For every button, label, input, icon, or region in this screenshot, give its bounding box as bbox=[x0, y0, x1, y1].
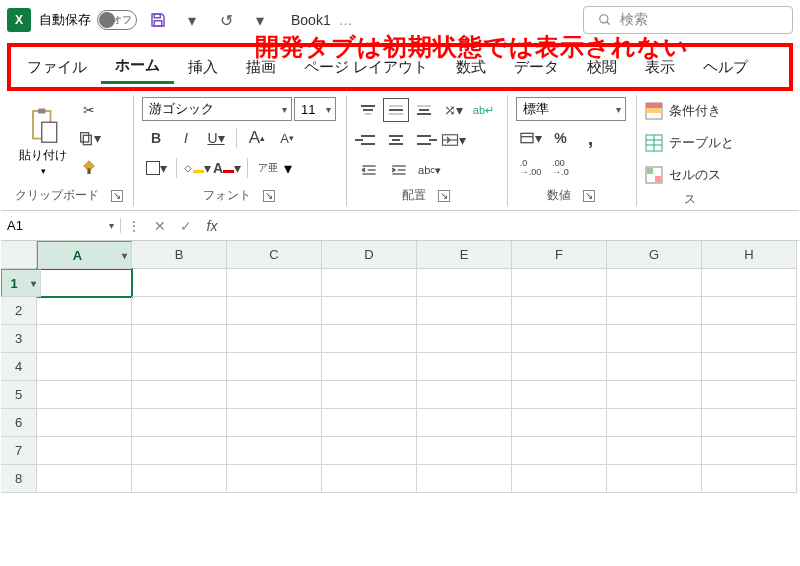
cell-D1[interactable] bbox=[322, 269, 417, 297]
row-header-3[interactable]: 3 bbox=[1, 325, 37, 353]
redo-dropdown-icon[interactable]: ▾ bbox=[247, 7, 273, 33]
comma-style-button[interactable]: , bbox=[576, 125, 604, 151]
format-as-table-button[interactable]: テーブルと bbox=[645, 129, 734, 157]
row-header-5[interactable]: 5 bbox=[1, 381, 37, 409]
cell[interactable] bbox=[512, 297, 607, 325]
cell[interactable] bbox=[702, 381, 797, 409]
cell[interactable] bbox=[702, 465, 797, 493]
col-header-A[interactable]: A bbox=[37, 241, 132, 269]
cell-C1[interactable] bbox=[227, 269, 322, 297]
cell[interactable] bbox=[702, 409, 797, 437]
cell[interactable] bbox=[512, 325, 607, 353]
cell[interactable] bbox=[37, 409, 132, 437]
cell[interactable] bbox=[702, 297, 797, 325]
cell-styles-button[interactable]: セルのス bbox=[645, 161, 734, 189]
cell[interactable] bbox=[607, 353, 702, 381]
cell[interactable] bbox=[322, 409, 417, 437]
font-dialog-launcher-icon[interactable]: ↘ bbox=[263, 190, 275, 202]
cell-B1[interactable] bbox=[132, 269, 227, 297]
cell[interactable] bbox=[227, 409, 322, 437]
font-color-button[interactable]: A▾ bbox=[213, 155, 241, 181]
tab-help[interactable]: ヘルプ bbox=[689, 52, 762, 83]
phonetic-button[interactable]: ア亜 bbox=[254, 155, 282, 181]
col-header-F[interactable]: F bbox=[512, 241, 607, 269]
fx-icon[interactable]: fx bbox=[199, 218, 225, 234]
merge-cells-button[interactable]: ▾ bbox=[439, 127, 467, 153]
number-format-select[interactable]: 標準 bbox=[516, 97, 626, 121]
cell[interactable] bbox=[132, 353, 227, 381]
font-name-select[interactable]: 游ゴシック bbox=[142, 97, 292, 121]
cell[interactable] bbox=[607, 297, 702, 325]
align-middle-button[interactable] bbox=[383, 98, 409, 122]
number-dialog-launcher-icon[interactable]: ↘ bbox=[583, 190, 595, 202]
font-size-select[interactable]: 11 bbox=[294, 97, 336, 121]
cell[interactable] bbox=[37, 465, 132, 493]
cut-icon[interactable]: ✂ bbox=[75, 97, 103, 123]
cell[interactable] bbox=[132, 297, 227, 325]
row-header-2[interactable]: 2 bbox=[1, 297, 37, 325]
cell[interactable] bbox=[132, 409, 227, 437]
cell-E1[interactable] bbox=[417, 269, 512, 297]
name-box[interactable]: A1 bbox=[1, 218, 121, 233]
cell[interactable] bbox=[512, 381, 607, 409]
cell[interactable] bbox=[227, 381, 322, 409]
cell[interactable] bbox=[227, 297, 322, 325]
cell[interactable] bbox=[607, 325, 702, 353]
increase-indent-button[interactable] bbox=[385, 157, 413, 183]
cell[interactable] bbox=[512, 465, 607, 493]
cell[interactable] bbox=[227, 325, 322, 353]
cell[interactable] bbox=[37, 437, 132, 465]
enter-formula-icon[interactable]: ✓ bbox=[173, 218, 199, 234]
formula-options-icon[interactable]: ⋮ bbox=[121, 218, 147, 234]
orientation-button[interactable]: ⤮▾ bbox=[439, 97, 467, 123]
col-header-C[interactable]: C bbox=[227, 241, 322, 269]
align-top-button[interactable] bbox=[355, 98, 381, 122]
align-left-button[interactable] bbox=[355, 128, 381, 152]
cell[interactable] bbox=[512, 353, 607, 381]
cell[interactable] bbox=[132, 325, 227, 353]
cell[interactable] bbox=[37, 325, 132, 353]
wrap-text-button[interactable]: ab↵ bbox=[469, 97, 497, 123]
save-icon[interactable] bbox=[145, 7, 171, 33]
autosave-control[interactable]: 自動保存 オフ bbox=[39, 10, 137, 30]
align-right-button[interactable] bbox=[411, 128, 437, 152]
shrink-font-button[interactable]: A▾ bbox=[273, 125, 301, 151]
align-bottom-button[interactable] bbox=[411, 98, 437, 122]
row-header-6[interactable]: 6 bbox=[1, 409, 37, 437]
decrease-decimal-button[interactable]: .00→.0 bbox=[546, 155, 574, 181]
row-header-7[interactable]: 7 bbox=[1, 437, 37, 465]
tab-home[interactable]: ホーム bbox=[101, 50, 174, 84]
cell[interactable] bbox=[607, 409, 702, 437]
col-header-E[interactable]: E bbox=[417, 241, 512, 269]
row-header-4[interactable]: 4 bbox=[1, 353, 37, 381]
cell[interactable] bbox=[417, 353, 512, 381]
alignment-dialog-launcher-icon[interactable]: ↘ bbox=[438, 190, 450, 202]
cell[interactable] bbox=[607, 437, 702, 465]
cell[interactable] bbox=[417, 409, 512, 437]
col-header-D[interactable]: D bbox=[322, 241, 417, 269]
cell[interactable] bbox=[322, 353, 417, 381]
undo-icon[interactable]: ↺ bbox=[213, 7, 239, 33]
autosave-toggle[interactable]: オフ bbox=[97, 10, 137, 30]
workbook-name[interactable]: Book1 … bbox=[291, 12, 353, 28]
fill-color-button[interactable]: ▾ bbox=[183, 155, 211, 181]
cell[interactable] bbox=[37, 353, 132, 381]
col-header-H[interactable]: H bbox=[702, 241, 797, 269]
row-header-8[interactable]: 8 bbox=[1, 465, 37, 493]
tab-file[interactable]: ファイル bbox=[13, 52, 101, 83]
cell[interactable] bbox=[37, 381, 132, 409]
distribute-button[interactable]: abc▾ bbox=[415, 157, 443, 183]
col-header-G[interactable]: G bbox=[607, 241, 702, 269]
cell-H1[interactable] bbox=[702, 269, 797, 297]
cell[interactable] bbox=[417, 465, 512, 493]
conditional-formatting-button[interactable]: 条件付き bbox=[645, 97, 734, 125]
italic-button[interactable]: I bbox=[172, 125, 200, 151]
cell-A1[interactable] bbox=[37, 269, 132, 297]
grow-font-button[interactable]: A▴ bbox=[243, 125, 271, 151]
cell[interactable] bbox=[417, 381, 512, 409]
cell[interactable] bbox=[322, 465, 417, 493]
cell[interactable] bbox=[132, 465, 227, 493]
cell[interactable] bbox=[512, 437, 607, 465]
cell[interactable] bbox=[227, 437, 322, 465]
cell[interactable] bbox=[702, 353, 797, 381]
